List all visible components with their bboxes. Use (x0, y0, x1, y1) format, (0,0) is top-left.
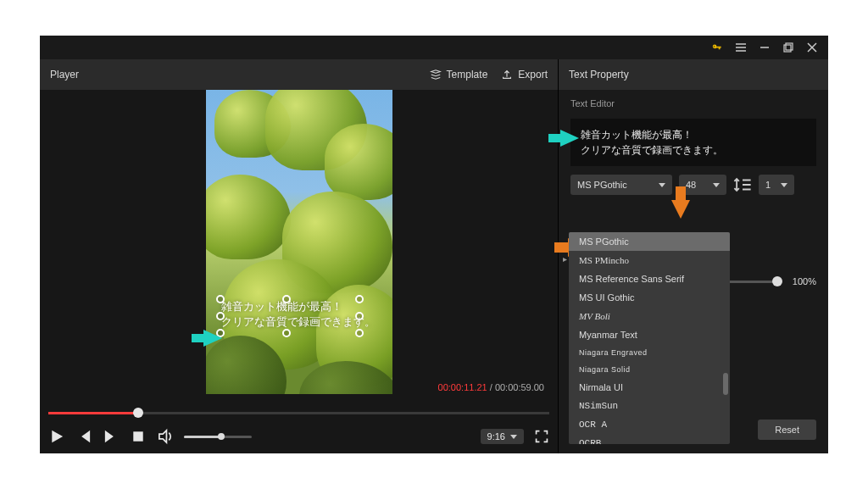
titlebar (40, 36, 828, 59)
opacity-thumb[interactable] (772, 276, 782, 286)
svg-rect-5 (786, 43, 793, 50)
font-option[interactable]: MS UI Gothic (569, 288, 730, 307)
volume-slider[interactable] (184, 436, 252, 438)
font-option[interactable]: MS PGothic (569, 232, 730, 251)
prev-button[interactable] (75, 428, 92, 445)
font-option[interactable]: OCRB (569, 434, 730, 444)
app-window: Player Template Export (40, 36, 828, 453)
line-height-value: 1 (765, 180, 771, 190)
selection-handle[interactable] (216, 312, 225, 320)
hamburger-icon[interactable] (735, 42, 747, 53)
svg-rect-9 (133, 431, 142, 441)
selection-handle[interactable] (355, 329, 364, 337)
player-title: Player (50, 69, 79, 81)
seek-bar[interactable] (40, 406, 558, 420)
selection-handle[interactable] (355, 312, 364, 320)
svg-rect-6 (784, 45, 791, 52)
minimize-icon[interactable] (759, 42, 771, 53)
font-family-value: MS PGothic (577, 180, 627, 190)
aspect-ratio-dropdown[interactable]: 9:16 (481, 429, 524, 444)
font-size-dropdown[interactable]: 48 (679, 175, 726, 195)
caption-line1: 雑音カット機能が最高！ (221, 300, 342, 313)
template-button[interactable]: Template (430, 69, 488, 81)
export-button[interactable]: Export (501, 69, 548, 81)
export-label: Export (518, 69, 548, 81)
current-time: 00:00:11.21 (438, 382, 487, 392)
font-family-dropdown[interactable]: MS PGothic (570, 175, 672, 195)
player-panel: Player Template Export (40, 59, 559, 453)
text-property-title: Text Property (569, 69, 629, 81)
text-editor-input[interactable]: 雑音カット機能が最高！ クリアな音質で録画できます。 (570, 119, 816, 166)
play-button[interactable] (48, 428, 65, 445)
player-header: Player Template Export (40, 59, 558, 90)
vip-key-icon[interactable] (711, 42, 723, 53)
chevron-down-icon (781, 183, 787, 187)
panel-collapse-caret[interactable]: ▸ (563, 254, 567, 264)
next-button[interactable] (103, 428, 120, 445)
annotation-arrow-cyan (203, 330, 222, 347)
stop-button[interactable] (130, 428, 147, 445)
font-option[interactable]: MV Boli (569, 307, 730, 325)
template-label: Template (447, 69, 488, 81)
line-height-icon (733, 175, 752, 194)
svg-point-0 (714, 46, 715, 47)
video-preview[interactable]: 雑音カット機能が最高！ クリアな音質で録画できます。 (40, 90, 558, 394)
font-option[interactable]: MS Reference Sans Serif (569, 270, 730, 288)
font-option[interactable]: Niagara Solid (569, 361, 730, 378)
volume-icon[interactable] (157, 428, 174, 445)
caption-line2: クリアな音質で録画できます。 (221, 315, 376, 328)
aspect-ratio-value: 9:16 (487, 431, 505, 442)
annotation-arrow-orange (671, 200, 690, 219)
opacity-value: 100% (786, 276, 816, 286)
chevron-down-icon (713, 183, 720, 187)
font-family-options[interactable]: MS PGothicMS PMinchoMS Reference Sans Se… (569, 232, 730, 444)
line-height-dropdown[interactable]: 1 (759, 175, 794, 195)
selection-handle[interactable] (216, 295, 225, 303)
text-editor-label: Text Editor (559, 90, 828, 114)
fullscreen-button[interactable] (534, 429, 549, 444)
selection-handle[interactable] (282, 295, 291, 303)
timecode: 00:00:11.21 / 00:00:59.00 (438, 382, 544, 392)
font-option[interactable]: OCR A (569, 415, 730, 434)
font-size-value: 48 (686, 180, 696, 190)
font-option[interactable]: MS PMincho (569, 251, 730, 270)
font-option[interactable]: Nirmala UI (569, 378, 730, 397)
annotation-arrow-cyan (560, 130, 579, 147)
font-option[interactable]: NSimSun (569, 397, 730, 415)
text-property-header: Text Property (559, 59, 828, 90)
total-time: 00:00:59.00 (495, 382, 544, 392)
timeline: 00:00:11.21 / 00:00:59.00 (40, 394, 558, 453)
caption-overlay[interactable]: 雑音カット機能が最高！ クリアな音質で録画できます。 (221, 299, 376, 330)
chevron-down-icon (659, 183, 665, 187)
seek-thumb[interactable] (133, 408, 143, 418)
selection-handle[interactable] (282, 329, 291, 337)
chevron-down-icon (510, 435, 517, 439)
reset-button[interactable]: Reset (758, 420, 816, 440)
selection-handle[interactable] (355, 295, 364, 303)
font-option[interactable]: Niagara Engraved (569, 344, 730, 361)
font-option[interactable]: Myanmar Text (569, 325, 730, 344)
close-icon[interactable] (806, 42, 818, 53)
scrollbar-thumb[interactable] (723, 373, 728, 395)
restore-icon[interactable] (782, 42, 794, 53)
preview-canvas: 雑音カット機能が最高！ クリアな音質で録画できます。 (206, 90, 392, 394)
